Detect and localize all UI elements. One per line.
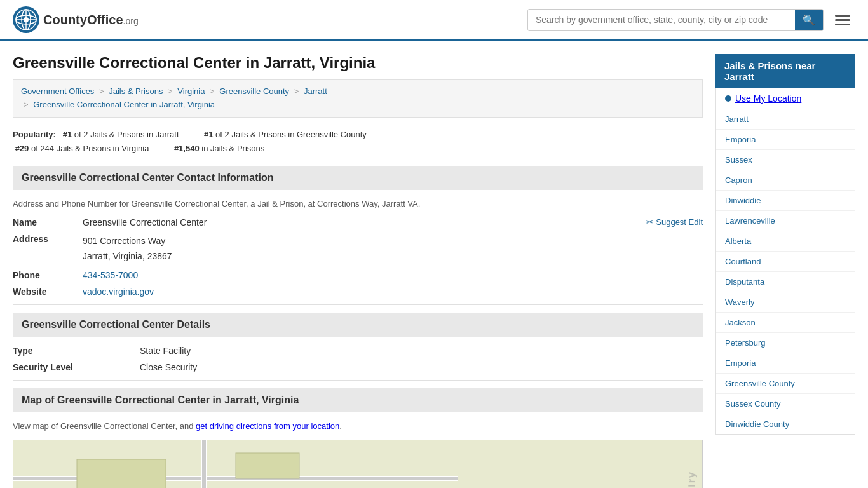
- name-row: Name Greensville Correctional Center ✂ S…: [13, 217, 703, 227]
- content-area: Greensville Correctional Center in Jarra…: [13, 54, 703, 488]
- map-graphic: [13, 440, 702, 488]
- sidebar-item-courtland: Courtland: [716, 252, 855, 272]
- breadcrumb-virginia[interactable]: Virginia: [177, 86, 205, 96]
- svg-point-6: [24, 17, 29, 22]
- sidebar-title: Jails & Prisons near Jarratt: [715, 54, 855, 88]
- sidebar-item-sussex-county: Sussex County: [716, 394, 855, 414]
- phone-label: Phone: [13, 270, 83, 280]
- popularity-label: Popularity:: [13, 130, 56, 139]
- breadcrumb-greensville-county[interactable]: Greensville County: [219, 86, 289, 96]
- breadcrumb-current[interactable]: Greensville Correctional Center in Jarra…: [33, 100, 215, 109]
- details-section-header: Greensville Correctional Center Details: [13, 313, 703, 337]
- details-table: Type State Facility Security Level Close…: [13, 346, 703, 372]
- popularity-rank-4: #1,540: [174, 144, 200, 153]
- popularity-rank-2: #1: [204, 130, 213, 139]
- breadcrumb-government-offices[interactable]: Government Offices: [21, 86, 94, 96]
- breadcrumb-jarratt[interactable]: Jarratt: [304, 86, 327, 96]
- contact-description: Address and Phone Number for Greensville…: [13, 199, 703, 208]
- breadcrumb-jails-prisons[interactable]: Jails & Prisons: [109, 86, 163, 96]
- logo: CountyOffice.org: [13, 6, 139, 33]
- map-section-header: Map of Greensville Correctional Center i…: [13, 388, 703, 412]
- logo-text: CountyOffice.org: [43, 13, 139, 27]
- menu-button[interactable]: [830, 12, 855, 28]
- search-button[interactable]: 🔍: [795, 10, 823, 30]
- phone-value: 434-535-7000: [83, 270, 703, 280]
- sidebar-item-emporia-1: Emporia: [716, 130, 855, 150]
- type-row: Type State Facility: [13, 346, 703, 356]
- svg-rect-12: [77, 459, 166, 488]
- type-value: State Facility: [140, 346, 703, 356]
- address-line-1: 901 Corrections Way: [83, 236, 165, 246]
- divider-2: [13, 380, 703, 381]
- svg-rect-13: [236, 453, 299, 478]
- header-right: 🔍: [527, 9, 855, 31]
- phone-link[interactable]: 434-535-7000: [83, 270, 138, 280]
- sidebar-item-disputanta: Disputanta: [716, 272, 855, 292]
- website-value: vadoc.virginia.gov: [83, 287, 703, 297]
- page-title: Greensville Correctional Center in Jarra…: [13, 54, 703, 72]
- divider-1: [13, 304, 703, 305]
- sidebar-use-location[interactable]: Use My Location: [716, 88, 855, 109]
- use-location-link[interactable]: Use My Location: [735, 93, 801, 104]
- map-placeholder[interactable]: Greensville Correctional Center Nokiry: [13, 440, 703, 488]
- sidebar-item-dinwiddie: Dinwiddie: [716, 191, 855, 211]
- name-value: Greensville Correctional Center: [83, 217, 646, 227]
- menu-line-3: [835, 24, 850, 25]
- sidebar-item-alberta: Alberta: [716, 231, 855, 252]
- sidebar-item-dinwiddie-county: Dinwiddie County: [716, 414, 855, 434]
- sidebar-item-emporia-2: Emporia: [716, 353, 855, 374]
- sidebar: Jails & Prisons near Jarratt Use My Loca…: [715, 54, 855, 488]
- address-value: 901 Corrections Way Jarratt, Virginia, 2…: [83, 234, 703, 264]
- driving-directions-link[interactable]: get driving directions from your locatio…: [196, 421, 339, 431]
- search-icon: 🔍: [803, 15, 815, 25]
- sidebar-item-jackson: Jackson: [716, 313, 855, 333]
- suggest-edit-link[interactable]: ✂ Suggest Edit: [646, 217, 703, 227]
- address-row: Address 901 Corrections Way Jarratt, Vir…: [13, 234, 703, 264]
- main-container: Greensville Correctional Center in Jarra…: [0, 41, 868, 488]
- popularity-rank-3: #29: [15, 144, 29, 153]
- popularity-section: Popularity: #1 of 2 Jails & Prisons in J…: [13, 128, 703, 156]
- website-label: Website: [13, 287, 83, 297]
- search-input[interactable]: [528, 10, 795, 29]
- security-row: Security Level Close Security: [13, 362, 703, 372]
- search-bar: 🔍: [527, 9, 824, 31]
- website-row: Website vadoc.virginia.gov: [13, 287, 703, 297]
- menu-line-2: [835, 19, 850, 21]
- address-line-2: Jarratt, Virginia, 23867: [83, 251, 172, 261]
- location-dot-icon: [725, 95, 731, 102]
- map-section: Map of Greensville Correctional Center i…: [13, 388, 703, 488]
- sidebar-item-lawrenceville: Lawrenceville: [716, 211, 855, 231]
- name-label: Name: [13, 217, 83, 227]
- sidebar-item-jarratt: Jarratt: [716, 109, 855, 130]
- website-link[interactable]: vadoc.virginia.gov: [83, 287, 154, 297]
- type-label: Type: [13, 346, 140, 356]
- address-label: Address: [13, 234, 83, 244]
- phone-row: Phone 434-535-7000: [13, 270, 703, 280]
- suggest-edit-icon: ✂: [646, 217, 653, 227]
- menu-line-1: [835, 15, 850, 17]
- sidebar-item-sussex: Sussex: [716, 150, 855, 170]
- sidebar-item-petersburg: Petersburg: [716, 333, 855, 353]
- sidebar-item-capron: Capron: [716, 170, 855, 191]
- security-label: Security Level: [13, 362, 140, 372]
- site-header: CountyOffice.org 🔍: [0, 0, 868, 41]
- logo-icon: [13, 6, 39, 33]
- breadcrumb: Government Offices > Jails & Prisons > V…: [13, 79, 703, 118]
- map-watermark: Nokiry: [686, 471, 698, 488]
- security-value: Close Security: [140, 362, 703, 372]
- sidebar-item-greensville-county: Greensville County: [716, 374, 855, 394]
- sidebar-item-waverly: Waverly: [716, 292, 855, 313]
- map-description: View map of Greensville Correctional Cen…: [13, 421, 703, 431]
- popularity-rank-1: #1: [63, 130, 72, 139]
- sidebar-list: Use My Location Jarratt Emporia Sussex C…: [715, 88, 855, 435]
- contact-section-header: Greensville Correctional Center Contact …: [13, 166, 703, 190]
